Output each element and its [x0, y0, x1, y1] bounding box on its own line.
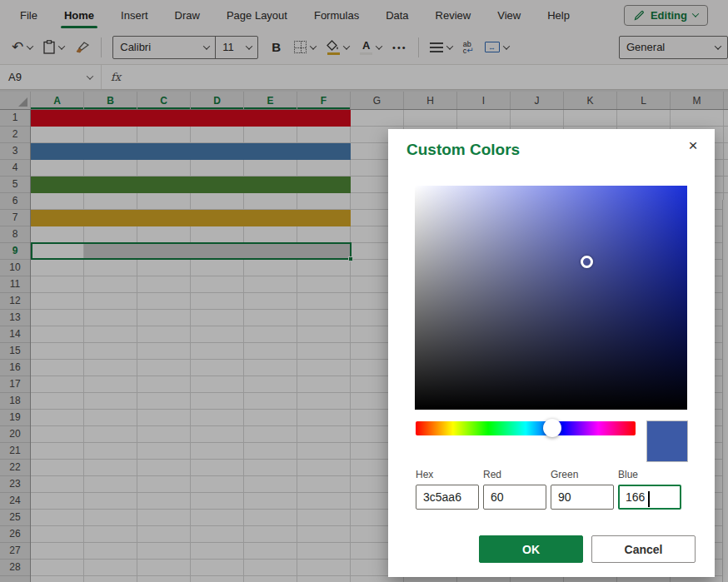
- hue-slider[interactable]: [416, 421, 636, 435]
- blue-label: Blue: [618, 469, 681, 480]
- cancel-button[interactable]: Cancel: [591, 535, 696, 563]
- blue-field-group: Blue: [618, 469, 681, 510]
- green-input[interactable]: [551, 485, 614, 510]
- text-caret: [648, 491, 650, 507]
- color-picker-ring[interactable]: [581, 256, 593, 268]
- dialog-title: Custom Colors: [406, 141, 520, 159]
- dialog-buttons: OK Cancel: [479, 535, 696, 563]
- close-icon[interactable]: ×: [683, 136, 703, 156]
- hex-input[interactable]: [416, 485, 479, 510]
- saturation-value-picker[interactable]: [415, 186, 687, 410]
- custom-colors-dialog: Custom Colors × HexRedGreenBlue OK Cance…: [388, 129, 715, 577]
- red-field-group: Red: [483, 469, 546, 510]
- hex-label: Hex: [416, 469, 479, 480]
- hex-field-group: Hex: [416, 469, 479, 510]
- green-label: Green: [551, 469, 614, 480]
- blue-input[interactable]: [618, 485, 681, 510]
- color-preview-swatch: [646, 420, 688, 462]
- green-field-group: Green: [551, 469, 614, 510]
- red-label: Red: [483, 469, 546, 480]
- red-input[interactable]: [483, 485, 546, 510]
- color-value-fields: HexRedGreenBlue: [416, 469, 681, 510]
- hue-slider-thumb[interactable]: [543, 419, 561, 437]
- ok-button[interactable]: OK: [479, 535, 583, 563]
